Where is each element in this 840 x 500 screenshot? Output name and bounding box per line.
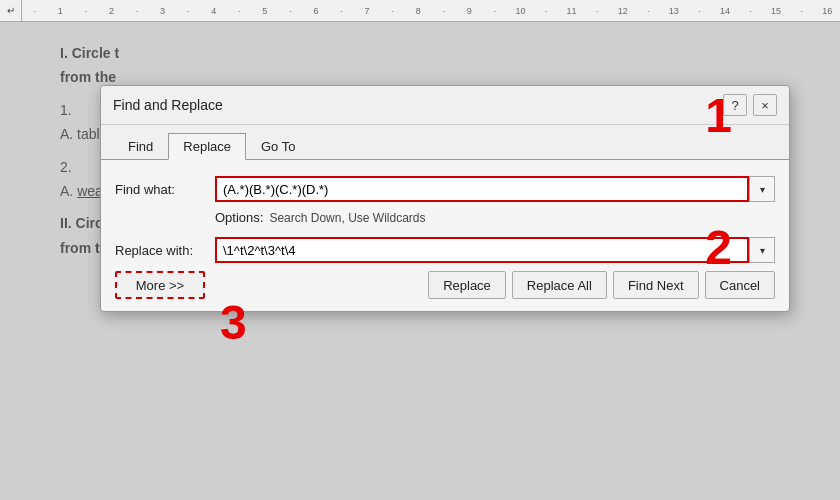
replace-dropdown[interactable]: ▾ (749, 237, 775, 263)
replace-label: Replace with: (115, 243, 215, 258)
find-dropdown[interactable]: ▾ (749, 176, 775, 202)
replace-all-button[interactable]: Replace All (512, 271, 607, 299)
find-replace-dialog: Find and Replace ? × Find Replace Go To … (100, 85, 790, 312)
help-button[interactable]: ? (723, 94, 747, 116)
dialog-titlebar: Find and Replace ? × (101, 86, 789, 125)
find-input[interactable] (215, 176, 749, 202)
find-label: Find what: (115, 182, 215, 197)
tab-replace[interactable]: Replace (168, 133, 246, 160)
find-input-wrap: ▾ (215, 176, 775, 202)
cancel-button[interactable]: Cancel (705, 271, 775, 299)
ruler-tab: ↵ (0, 0, 22, 22)
options-value: Search Down, Use Wildcards (269, 211, 425, 225)
replace-with-row: Replace with: ▾ (115, 237, 775, 263)
tab-goto[interactable]: Go To (246, 133, 310, 159)
options-row: Options: Search Down, Use Wildcards (115, 210, 775, 225)
dialog-body: Find what: ▾ Options: Search Down, Use W… (101, 160, 789, 311)
find-what-row: Find what: ▾ (115, 176, 775, 202)
dialog-buttons: More >> Replace Replace All Find Next Ca… (115, 271, 775, 299)
more-button[interactable]: More >> (115, 271, 205, 299)
find-next-button[interactable]: Find Next (613, 271, 699, 299)
tab-find[interactable]: Find (113, 133, 168, 159)
ruler: ↵ · 1 · 2 · 3 · 4 · 5 · 6 · 7 · 8 · 9 · … (0, 0, 840, 22)
replace-button[interactable]: Replace (428, 271, 506, 299)
close-button[interactable]: × (753, 94, 777, 116)
dialog-controls: ? × (723, 94, 777, 116)
dialog-tabs: Find Replace Go To (101, 125, 789, 159)
options-label: Options: (215, 210, 263, 225)
replace-input-wrap: ▾ (215, 237, 775, 263)
dialog-title: Find and Replace (113, 97, 223, 113)
replace-input[interactable] (215, 237, 749, 263)
ruler-marks: · 1 · 2 · 3 · 4 · 5 · 6 · 7 · 8 · 9 · 10… (22, 0, 840, 22)
